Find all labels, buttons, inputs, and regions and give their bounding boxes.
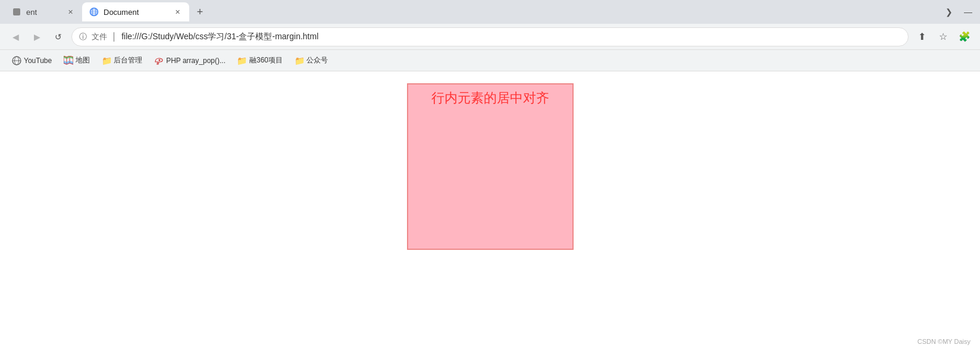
bookmark-admin-label: 后台管理	[114, 55, 142, 65]
browser-window: ent ✕ Document ✕ + ❯ — ◀	[0, 0, 980, 351]
bookmark-youtube-label: YouTube	[24, 57, 52, 65]
reload-button[interactable]: ↺	[50, 29, 67, 45]
bookmark-rong360-label: 融360项目	[249, 55, 283, 65]
youtube-icon	[12, 56, 21, 65]
address-bar-actions: ⬆ ☆ 🧩	[913, 29, 973, 45]
bookmark-gzh-label: 公众号	[306, 55, 328, 65]
new-tab-button[interactable]: +	[192, 4, 208, 20]
svg-point-14	[159, 59, 161, 61]
box-text: 行内元素的居中对齐	[431, 89, 549, 107]
bookmark-admin[interactable]: 📁 后台管理	[97, 53, 147, 68]
svg-rect-0	[13, 8, 20, 15]
tab-icon-active	[89, 7, 99, 17]
bookmark-youtube[interactable]: YouTube	[7, 54, 57, 68]
bookmark-gongzhonghao[interactable]: 📁 公众号	[290, 53, 333, 68]
bookmark-button[interactable]: ☆	[935, 29, 951, 45]
tab-close-active[interactable]: ✕	[173, 7, 182, 17]
tab-title-inactive: ent	[26, 8, 61, 17]
folder-rong360-icon: 📁	[237, 56, 247, 65]
info-icon: ⓘ	[79, 32, 87, 42]
tab-bar: ent ✕ Document ✕ + ❯ —	[0, 0, 980, 24]
bookmarks-bar: YouTube 地图 📁 后台管理	[0, 50, 980, 71]
extension-button[interactable]: 🧩	[956, 29, 973, 45]
footer-text: CSDN ©MY Daisy	[918, 338, 970, 345]
tab-inactive[interactable]: ent ✕	[5, 2, 82, 21]
share-button[interactable]: ⬆	[913, 29, 930, 45]
map-icon	[64, 56, 73, 65]
bookmark-map-label: 地图	[76, 55, 90, 65]
tab-close-inactive[interactable]: ✕	[65, 7, 75, 17]
minimize-button[interactable]: —	[961, 5, 975, 19]
back-button[interactable]: ◀	[7, 29, 24, 45]
file-label: 文件	[92, 32, 107, 42]
url-separator: │	[112, 32, 117, 41]
collapse-tabs-button[interactable]: ❯	[942, 5, 956, 19]
bookmark-php[interactable]: PHP array_pop()...	[149, 54, 230, 68]
page-content: 行内元素的居中对齐 CSDN ©MY Daisy	[0, 71, 980, 351]
url-text: file:///G:/Study/Web/css学习/31-盒子模型-margi…	[121, 32, 901, 42]
address-bar: ◀ ▶ ↺ ⓘ 文件 │ file:///G:/Study/Web/css学习/…	[0, 24, 980, 50]
tab-active[interactable]: Document ✕	[82, 2, 189, 21]
tab-title-active: Document	[104, 8, 168, 17]
bookmark-map[interactable]: 地图	[59, 53, 95, 68]
tab-icon-inactive	[12, 7, 21, 17]
forward-button[interactable]: ▶	[29, 29, 45, 45]
bookmark-php-label: PHP array_pop()...	[166, 57, 226, 65]
folder-gzh-icon: 📁	[295, 56, 304, 65]
php-icon	[154, 56, 164, 65]
pink-box: 行内元素的居中对齐	[407, 83, 574, 250]
tab-bar-right: ❯ —	[942, 5, 975, 19]
bookmark-rong360[interactable]: 📁 融360项目	[233, 53, 287, 68]
folder-admin-icon: 📁	[102, 56, 111, 65]
url-bar[interactable]: ⓘ 文件 │ file:///G:/Study/Web/css学习/31-盒子模…	[71, 27, 909, 46]
